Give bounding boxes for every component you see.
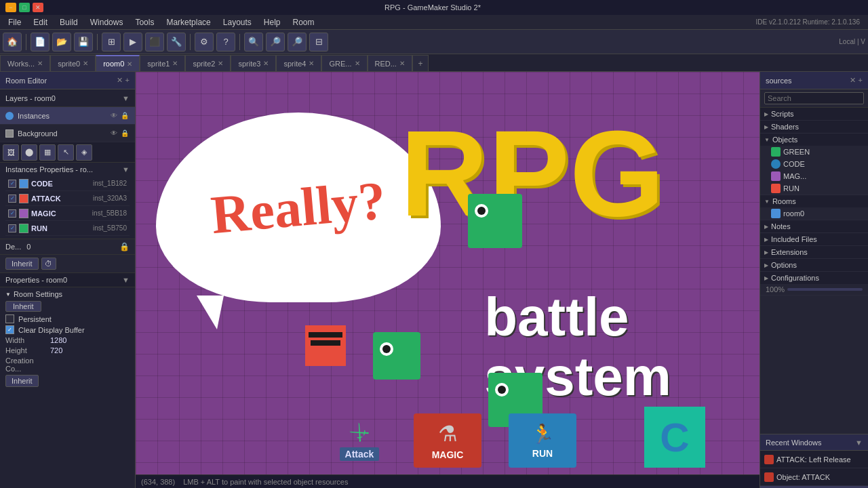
- toolbar-zoom-in[interactable]: 🔎: [266, 33, 285, 52]
- tab-sprite4[interactable]: sprite4 ✕: [276, 55, 321, 71]
- toolbar-settings[interactable]: ⚙: [195, 33, 214, 52]
- tree-item-room0[interactable]: room0: [760, 207, 868, 220]
- inherit-clock[interactable]: ⏱: [41, 258, 56, 270]
- layer-lock[interactable]: 🔒: [120, 111, 130, 121]
- recent-object-attack[interactable]: Object: ATTACK: [760, 468, 868, 486]
- persistent-checkbox[interactable]: [5, 314, 14, 323]
- room-editor-close[interactable]: ✕: [117, 76, 123, 85]
- btn-attack[interactable]: ⚔ Attack: [326, 413, 393, 468]
- toolbar-home[interactable]: 🏠: [3, 33, 22, 52]
- menu-marketplace[interactable]: Marketplace: [161, 16, 216, 28]
- layer-tool-circle[interactable]: ⬤: [21, 144, 37, 161]
- maximize-button[interactable]: □: [19, 3, 30, 12]
- tab-sprite1[interactable]: sprite1 ✕: [140, 55, 185, 71]
- recent-attack-event[interactable]: ATTACK: Left Release: [760, 451, 868, 468]
- layer-eye[interactable]: 👁: [109, 111, 119, 121]
- layer-background[interactable]: Background 👁 🔒: [0, 125, 135, 142]
- group-scripts-header[interactable]: ▶ Scripts: [760, 108, 868, 120]
- layer-eye2[interactable]: 👁: [109, 129, 119, 138]
- layer-tool-cursor[interactable]: ↖: [58, 144, 74, 161]
- menu-edit[interactable]: Edit: [28, 16, 53, 28]
- tab-workspaces[interactable]: Works... ✕: [0, 55, 50, 71]
- menu-layouts[interactable]: Layouts: [218, 16, 257, 28]
- tree-item-magic[interactable]: MAG...: [760, 170, 868, 182]
- group-notes-header[interactable]: ▶ Notes: [760, 220, 868, 232]
- tab-close[interactable]: ✕: [218, 60, 223, 67]
- tab-close[interactable]: ✕: [355, 60, 360, 67]
- canvas-area[interactable]: Really? RPG battle system ⚔ Attack: [136, 72, 760, 488]
- tab-sprite3[interactable]: sprite3 ✕: [231, 55, 276, 71]
- instance-attack[interactable]: ATTACK inst_320A3: [5, 191, 130, 206]
- tab-close[interactable]: ✕: [309, 60, 314, 67]
- toolbar-grid2[interactable]: ⊟: [309, 33, 328, 52]
- tab-close[interactable]: ✕: [37, 60, 43, 67]
- search-input[interactable]: [764, 92, 864, 104]
- clear-display-checkbox[interactable]: [5, 325, 14, 334]
- group-options-header[interactable]: ▶ Options: [760, 259, 868, 271]
- tab-close[interactable]: ✕: [399, 60, 405, 67]
- tab-sprite2[interactable]: sprite2 ✕: [185, 55, 231, 71]
- instance-run-checkbox[interactable]: [8, 224, 16, 232]
- toolbar-help[interactable]: ?: [216, 33, 235, 52]
- toolbar-zoom-out[interactable]: 🔎: [288, 33, 307, 52]
- menu-file[interactable]: File: [3, 16, 26, 28]
- tree-item-green[interactable]: GREEN: [760, 146, 868, 158]
- tab-sprite0[interactable]: sprite0 ✕: [50, 55, 96, 71]
- toolbar-play[interactable]: ▶: [123, 33, 142, 52]
- tab-close[interactable]: ✕: [263, 60, 269, 67]
- group-objects-header[interactable]: ▼ Objects: [760, 134, 868, 146]
- inherit-button[interactable]: Inherit: [5, 258, 39, 270]
- tab-close[interactable]: ✕: [127, 60, 132, 68]
- instances-props-dropdown[interactable]: ▼: [122, 165, 130, 174]
- creation-inherit-button[interactable]: Inherit: [5, 375, 39, 387]
- resources-add[interactable]: +: [859, 76, 863, 85]
- group-shaders-header[interactable]: ▶ Shaders: [760, 121, 868, 133]
- layers-dropdown[interactable]: ▼: [122, 94, 130, 102]
- tree-item-code[interactable]: CODE: [760, 158, 868, 170]
- toolbar-debug[interactable]: 🔧: [167, 33, 186, 52]
- btn-magic[interactable]: ⚗ MAGIC: [414, 413, 481, 468]
- toolbar-save[interactable]: 💾: [74, 33, 93, 52]
- tree-item-run[interactable]: RUN: [760, 182, 868, 195]
- toolbar-new[interactable]: 📄: [31, 33, 50, 52]
- room-editor-add[interactable]: +: [125, 76, 130, 85]
- instance-attack-checkbox[interactable]: [8, 195, 16, 203]
- layer-tool-extra[interactable]: ◈: [76, 144, 92, 161]
- menu-windows[interactable]: Windows: [85, 16, 129, 28]
- toolbar-open[interactable]: 📂: [52, 33, 71, 52]
- tab-close[interactable]: ✕: [83, 60, 88, 67]
- group-rooms-header[interactable]: ▼ Rooms: [760, 195, 868, 207]
- tab-gre[interactable]: GRE... ✕: [321, 55, 367, 71]
- close-button[interactable]: ✕: [33, 3, 43, 12]
- settings-inherit-button[interactable]: Inherit: [5, 301, 41, 312]
- layer-tool-image[interactable]: 🖼: [3, 144, 19, 161]
- instance-code-checkbox[interactable]: [8, 180, 16, 188]
- menu-tools[interactable]: Tools: [130, 16, 159, 28]
- btn-run[interactable]: 🏃 RUN: [509, 413, 576, 468]
- group-extensions-header[interactable]: ▶ Extensions: [760, 246, 868, 258]
- tab-room0[interactable]: room0 ✕: [96, 55, 140, 71]
- toolbar-grid[interactable]: ⊞: [102, 33, 121, 52]
- layer-tool-tile[interactable]: ▦: [39, 144, 56, 161]
- layers-header[interactable]: Layers - room0 ▼: [0, 89, 135, 107]
- resources-close[interactable]: ✕: [850, 76, 856, 85]
- tab-close[interactable]: ✕: [172, 60, 178, 67]
- group-configurations-header[interactable]: ▶ Configurations: [760, 272, 868, 284]
- layer-instances[interactable]: Instances 👁 🔒: [0, 107, 135, 125]
- menu-room[interactable]: Room: [288, 16, 320, 28]
- window-controls[interactable]: − □ ✕: [5, 3, 43, 12]
- room-settings-header[interactable]: ▼ Room Settings: [5, 290, 130, 298]
- instance-magic-checkbox[interactable]: [8, 209, 16, 218]
- group-included-header[interactable]: ▶ Included Files: [760, 233, 868, 245]
- tab-red[interactable]: RED... ✕: [368, 55, 412, 71]
- instance-run[interactable]: RUN inst_5B750: [5, 221, 130, 236]
- layer-lock2[interactable]: 🔒: [120, 129, 130, 138]
- instance-code[interactable]: CODE inst_1B182: [5, 176, 130, 191]
- recent-windows-dropdown[interactable]: ▼: [855, 439, 863, 447]
- toolbar-stop[interactable]: ⬛: [145, 33, 164, 52]
- tab-add-button[interactable]: +: [412, 55, 429, 71]
- minimize-button[interactable]: −: [5, 3, 16, 12]
- menu-help[interactable]: Help: [258, 16, 286, 28]
- properties-dropdown[interactable]: ▼: [122, 276, 130, 284]
- instance-magic[interactable]: MAGIC inst_5BB18: [5, 206, 130, 221]
